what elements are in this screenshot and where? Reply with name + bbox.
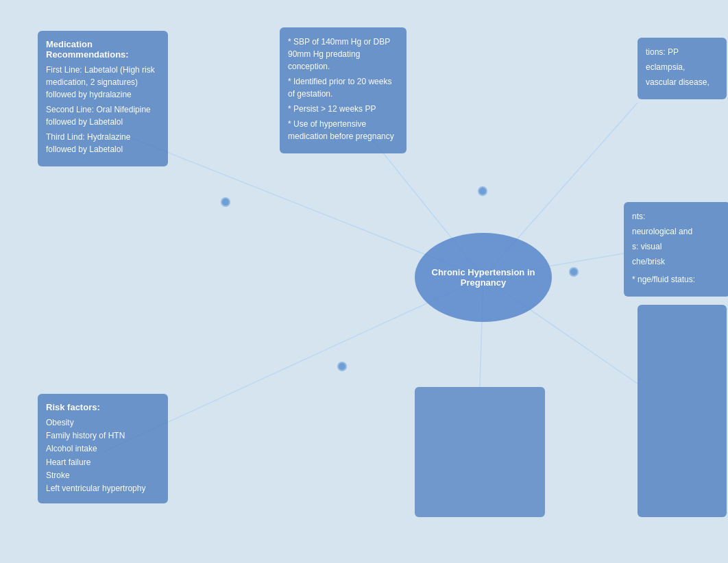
sym-item-4: * nge/fluid status: xyxy=(632,273,722,286)
comp-item-3: vascular disease, xyxy=(646,76,718,88)
center-ellipse: Chronic Hypertension in Pregnancy xyxy=(415,233,552,322)
medication-line-1: First Line: Labetalol (High risk medicat… xyxy=(46,64,160,101)
bottom-center-card xyxy=(415,387,545,517)
sym-item-3: che/brisk xyxy=(632,255,722,268)
criteria-item-3: * Persist > 12 weeks PP xyxy=(288,103,398,115)
complications-card: tions: PP eclampsia, vascular disease, xyxy=(638,38,727,99)
medication-line-2: Second Line: Oral Nifedipine followed by… xyxy=(46,103,160,128)
sym-item-1: neurological and xyxy=(632,225,722,238)
medication-line-3: Third Lind: Hydralazine followed by Labe… xyxy=(46,131,160,155)
risk-item-obesity: Obesity xyxy=(46,416,160,429)
comp-prefix: tions: PP xyxy=(646,46,718,58)
node-2 xyxy=(337,362,347,371)
medication-card: Medication Recommendations: First Line: … xyxy=(38,31,168,166)
sym-item-2: s: visual xyxy=(632,240,722,253)
node-3 xyxy=(478,186,487,196)
comp-item-2: eclampsia, xyxy=(646,61,718,73)
criteria-card: * SBP of 140mm Hg or DBP 90mm Hg predati… xyxy=(280,27,407,153)
risk-item-heart: Heart failure xyxy=(46,456,160,469)
risk-item-stroke: Stroke xyxy=(46,469,160,482)
symptoms-card: nts: neurological and s: visual che/bris… xyxy=(624,202,728,297)
criteria-item-4: * Use of hypertensive medication before … xyxy=(288,118,398,142)
node-1 xyxy=(221,197,230,207)
risk-item-family: Family history of HTN xyxy=(46,429,160,442)
risk-item-alcohol: Alcohol intake xyxy=(46,442,160,455)
criteria-item-1: * SBP of 140mm Hg or DBP 90mm Hg predati… xyxy=(288,36,398,73)
sym-prefix: nts: xyxy=(632,210,722,223)
risk-card: Risk factors: Obesity Family history of … xyxy=(38,394,168,503)
risk-item-lv: Left ventricular hypertrophy xyxy=(46,482,160,495)
criteria-item-2: * Identified prior to 20 weeks of gestat… xyxy=(288,75,398,100)
bottom-right-card xyxy=(638,305,727,517)
risk-title: Risk factors: xyxy=(46,402,160,412)
node-4 xyxy=(569,267,579,277)
medication-title: Medication Recommendations: xyxy=(46,39,160,60)
risk-list: Obesity Family history of HTN Alcohol in… xyxy=(46,416,160,495)
